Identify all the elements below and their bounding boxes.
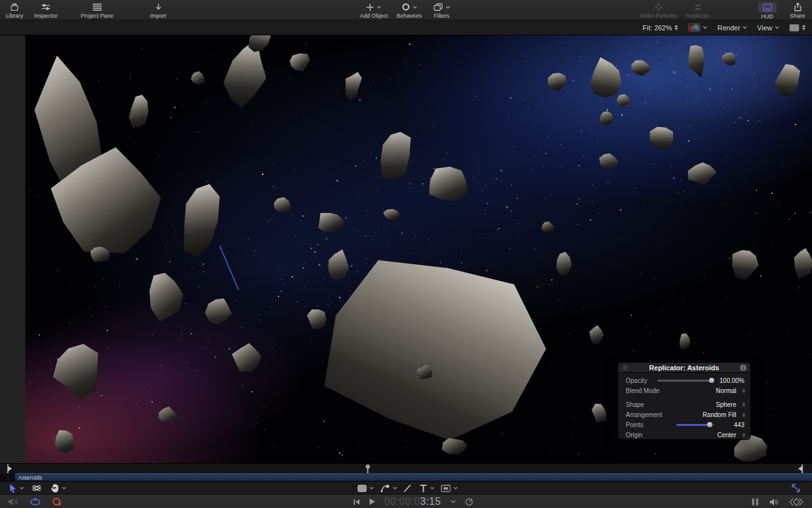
paint-stroke-tool[interactable] (403, 481, 412, 495)
add-object-button[interactable]: Add Object (360, 0, 388, 19)
star (588, 460, 588, 461)
behaviors-button[interactable]: Behaviors (397, 0, 422, 19)
layout-control[interactable] (789, 24, 806, 32)
channel-preview-control[interactable] (688, 23, 707, 32)
audio-mute-icon[interactable] (8, 497, 19, 506)
popup-stepper-icon[interactable] (743, 413, 745, 417)
opacity-slider-knob[interactable] (709, 378, 714, 383)
star (476, 95, 477, 95)
star (419, 202, 420, 202)
import-button[interactable]: Import (148, 0, 169, 19)
keyframe-navigator-icon[interactable] (789, 498, 803, 506)
chevron-down-icon[interactable] (450, 500, 456, 504)
inspector-button[interactable]: Inspector (34, 0, 57, 19)
star (422, 183, 424, 184)
loop-playback-icon[interactable] (30, 498, 41, 506)
shape-value[interactable]: Sphere (716, 401, 736, 408)
select-tool[interactable] (9, 481, 24, 495)
zoom-fit-control[interactable]: Fit: 262% (643, 24, 678, 32)
asteroid (312, 206, 348, 238)
star (561, 166, 562, 167)
play-icon[interactable] (369, 498, 375, 505)
star (205, 102, 206, 103)
audio-icon[interactable] (769, 498, 779, 506)
timer-icon[interactable] (465, 498, 473, 506)
asteroid (646, 123, 678, 152)
bezier-tool[interactable] (380, 481, 397, 495)
star (278, 296, 279, 297)
timecode-display[interactable]: 00:00:03:15 (384, 496, 441, 507)
info-icon[interactable]: i (740, 365, 746, 371)
hud-title-bar[interactable]: Replicator: Asteroids i (618, 363, 750, 373)
star (795, 124, 796, 125)
popup-stepper-icon[interactable] (743, 402, 745, 407)
star (284, 283, 284, 284)
library-button[interactable]: Library (4, 0, 25, 19)
star (433, 127, 433, 128)
star (709, 88, 710, 90)
share-button[interactable]: Share (787, 0, 808, 19)
previous-frame-icon[interactable] (353, 499, 360, 505)
points-slider-knob[interactable] (707, 422, 712, 427)
make-particles-button[interactable]: Make Particles (640, 0, 677, 19)
hud-close-icon[interactable] (623, 365, 628, 370)
replicate-button[interactable]: Replicate (686, 0, 710, 19)
star (635, 188, 636, 189)
hud-button[interactable]: HUD (756, 0, 778, 20)
filters-button[interactable]: Filters (431, 0, 452, 19)
text-tool[interactable] (419, 481, 434, 495)
asteroid (372, 121, 417, 188)
make-particles-label: Make Particles (640, 13, 677, 19)
star (647, 92, 647, 93)
star (619, 203, 619, 204)
star (295, 169, 296, 170)
arrangement-value[interactable]: Random Fill (703, 411, 736, 418)
record-keyframes-icon[interactable] (52, 497, 62, 506)
star (771, 243, 772, 243)
popup-stepper-icon[interactable] (743, 433, 745, 437)
view-menu[interactable]: View (757, 24, 779, 32)
star (674, 62, 674, 63)
asteroids-layer-bar[interactable]: Asteroids (15, 473, 812, 481)
star (535, 248, 535, 249)
star (317, 244, 318, 245)
render-menu[interactable]: Render (717, 24, 747, 32)
origin-value[interactable]: Center (717, 432, 736, 438)
star (119, 286, 120, 286)
star (477, 238, 478, 238)
resize-timeline-control[interactable] (791, 481, 801, 495)
popup-stepper-icon[interactable] (743, 389, 745, 393)
star (203, 271, 205, 272)
blend-mode-value[interactable]: Normal (716, 387, 736, 394)
layout-stepper-icon[interactable] (802, 25, 806, 30)
star (366, 211, 367, 212)
star (177, 78, 178, 80)
transform-3d-tool[interactable] (32, 481, 42, 495)
star (580, 61, 581, 61)
star (774, 138, 775, 138)
star (628, 105, 628, 106)
project-pane-button[interactable]: Project Pane (81, 0, 114, 19)
mini-timeline[interactable] (0, 463, 812, 473)
star (736, 54, 737, 55)
star (337, 88, 337, 88)
filmstrip-icon[interactable] (751, 498, 759, 506)
filters-icon (433, 3, 443, 11)
star (561, 306, 561, 306)
star (518, 223, 519, 224)
mask-tool[interactable] (441, 481, 458, 495)
star (302, 215, 304, 217)
star (735, 122, 736, 123)
opacity-value[interactable]: 100.00% (720, 377, 744, 384)
star (542, 95, 543, 96)
zoom-stepper-icon[interactable] (674, 25, 678, 30)
star (29, 68, 30, 68)
points-value[interactable]: 443 (734, 421, 744, 428)
star (342, 454, 343, 456)
pan-tool[interactable] (51, 481, 66, 495)
star (405, 252, 406, 253)
opacity-slider[interactable] (657, 380, 712, 382)
chevron-down-icon (377, 6, 381, 9)
shape-tool[interactable] (357, 481, 374, 495)
points-slider[interactable] (676, 424, 714, 426)
